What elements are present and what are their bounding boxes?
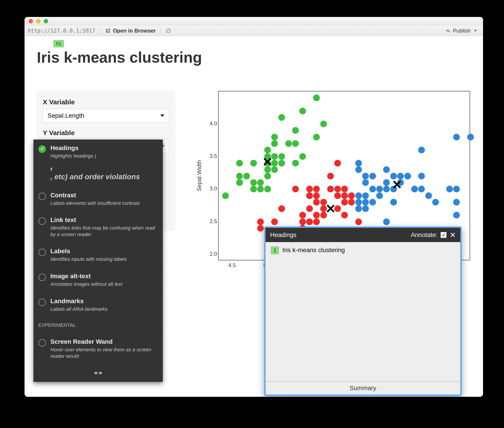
y-variable-label: Y Variable: [43, 129, 169, 137]
y-tick-label: 3.5: [210, 153, 217, 159]
app-window: http://127.0.0.1:5817 Open in Browser Pu…: [25, 17, 483, 397]
data-point: [432, 199, 439, 206]
data-point: [299, 153, 306, 160]
data-point: [383, 218, 390, 225]
radio-icon: [38, 339, 46, 347]
data-point: [341, 186, 348, 192]
data-point: [313, 218, 320, 225]
data-point: [271, 140, 278, 147]
data-point: [418, 147, 425, 153]
data-point: [278, 160, 285, 166]
tota11y-item-labels[interactable]: LabelsIdentifies inputs with missing lab…: [34, 243, 163, 268]
page-content: h1 Iris k-means clustering X Variable Se…: [25, 36, 483, 70]
menu-item-desc: Highlights headings (, , etc) and order …: [50, 153, 140, 182]
headings-panel-header[interactable]: Headings Annotate: ✓ ✕: [266, 228, 460, 242]
headings-panel[interactable]: Headings Annotate: ✓ ✕ 1Iris k-means clu…: [264, 226, 462, 396]
data-point: [334, 186, 341, 192]
menu-item-title: Contrast: [50, 192, 140, 199]
data-point: [369, 186, 376, 192]
open-in-browser-button[interactable]: Open in Browser: [102, 27, 159, 35]
data-point: [292, 160, 299, 166]
data-point: [453, 186, 460, 192]
data-point: [341, 192, 348, 199]
titlebar: [25, 17, 483, 25]
divider: [160, 27, 161, 34]
tota11y-toggle[interactable]: 👓: [34, 364, 163, 382]
window-minimize-button[interactable]: [36, 19, 41, 23]
data-point: [306, 205, 313, 212]
menu-item-desc: Annotates images without alt text: [50, 281, 122, 288]
tota11y-item-landmarks[interactable]: LandmarksLabels all ARIA landmarks: [34, 293, 163, 318]
data-point: [376, 186, 383, 192]
data-point: [292, 140, 299, 147]
tota11y-item-link-text[interactable]: Link textIdentifies links that may be co…: [34, 212, 163, 243]
data-point: [250, 160, 257, 166]
data-point: [278, 205, 285, 212]
data-point: [257, 225, 264, 232]
data-point: [362, 205, 369, 212]
x-tick-label: 4.5: [228, 262, 236, 268]
glasses-icon: 👓: [93, 369, 103, 378]
data-point: [362, 179, 369, 186]
publish-button[interactable]: Publish: [442, 27, 480, 35]
data-point: [306, 218, 313, 225]
data-point: [257, 179, 264, 186]
tota11y-menu: HeadingsHighlights headings (, , etc) an…: [34, 140, 163, 382]
menu-item-title: Screen Reader Wand: [50, 338, 158, 345]
data-point: [376, 192, 383, 199]
data-point: [362, 199, 369, 206]
cluster-center-marker: ✕: [325, 202, 336, 216]
tota11y-item-screen-reader-wand[interactable]: Screen Reader WandHover over elements to…: [34, 333, 163, 364]
popout-icon: [105, 28, 111, 33]
data-point: [341, 212, 348, 218]
data-point: [411, 186, 418, 192]
data-point: [355, 199, 362, 206]
y-tick-label: 3.0: [210, 185, 217, 192]
data-point: [327, 186, 334, 192]
data-point: [278, 114, 285, 121]
chevron-down-icon: [474, 30, 477, 32]
data-point: [222, 192, 229, 199]
tota11y-item-contrast[interactable]: ContrastLabels elements with insufficien…: [34, 187, 163, 212]
data-point: [299, 212, 306, 218]
close-icon[interactable]: ✕: [450, 230, 456, 239]
data-point: [271, 134, 278, 140]
divider: [100, 27, 100, 34]
data-point: [257, 218, 264, 225]
data-point: [369, 199, 376, 206]
data-point: [355, 166, 362, 173]
menu-item-desc: Identifies inputs with missing labels: [50, 256, 127, 263]
data-point: [334, 192, 341, 199]
radio-icon: [38, 248, 46, 256]
heading-annotation-badge: h1: [53, 40, 64, 47]
data-point: [257, 186, 264, 192]
data-point: [348, 199, 355, 206]
radio-icon: [38, 273, 46, 281]
annotate-checkbox[interactable]: ✓: [441, 232, 446, 238]
x-variable-value: Sepal.Length: [48, 112, 84, 119]
window-close-button[interactable]: [29, 19, 33, 23]
open-in-browser-label: Open in Browser: [113, 28, 156, 34]
publish-label: Publish: [453, 28, 470, 34]
data-point: [327, 173, 334, 180]
tota11y-item-image-alt-text[interactable]: Image alt-textAnnotates images without a…: [34, 268, 163, 293]
reload-button[interactable]: [163, 27, 174, 34]
data-point: [264, 186, 271, 192]
data-point: [313, 134, 320, 140]
summary-tab[interactable]: Summary: [266, 381, 460, 395]
data-point: [453, 134, 460, 140]
heading-entry[interactable]: 1Iris k-means clustering: [271, 247, 455, 254]
data-point: [355, 205, 362, 212]
data-point: [236, 173, 243, 180]
tota11y-item-headings[interactable]: HeadingsHighlights headings (, , etc) an…: [34, 140, 163, 187]
radio-icon: [38, 145, 46, 153]
menu-item-title: Headings: [50, 144, 140, 152]
experimental-section-label: EXPERIMENTAL: [34, 317, 163, 333]
window-maximize-button[interactable]: [44, 19, 48, 23]
data-point: [264, 173, 271, 180]
data-point: [313, 212, 320, 218]
heading-level-badge: 1: [271, 247, 279, 254]
x-variable-select[interactable]: Sepal.Length: [43, 109, 169, 122]
headings-list: 1Iris k-means clustering: [266, 242, 460, 259]
data-point: [243, 173, 250, 180]
